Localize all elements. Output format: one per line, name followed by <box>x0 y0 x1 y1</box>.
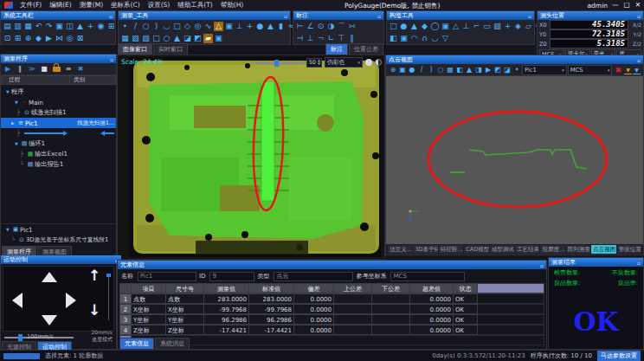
toolbar-icon[interactable]: / <box>417 65 426 74</box>
toolbar-icon[interactable]: ▣ <box>399 34 409 43</box>
tree-item-program[interactable]: ▼程序 <box>1 87 116 97</box>
toolbar-icon[interactable]: ⊥ <box>461 22 471 31</box>
toolbar-icon[interactable]: ▦ <box>23 22 33 31</box>
tab-position-tolerance[interactable]: 位置公差 <box>349 43 383 55</box>
menu-item[interactable]: 帮助(H) <box>221 1 244 10</box>
toolbar-icon[interactable]: ⊕ <box>23 34 33 43</box>
menu-item[interactable]: 测量(M) <box>80 1 103 10</box>
toolbar-icon[interactable]: + <box>86 22 95 31</box>
expander-icon[interactable]: ▼ <box>13 141 20 146</box>
toolbar-icon[interactable]: △ <box>214 22 223 31</box>
toolbar-icon[interactable]: ⊥ <box>306 34 315 43</box>
toolbar-icon[interactable]: ◎ <box>65 34 74 43</box>
close-run-icon[interactable]: ✖ <box>74 64 87 74</box>
id-field[interactable]: 9 <box>209 272 254 281</box>
toolbar-icon[interactable]: ◇ <box>183 22 192 31</box>
tab-system-messages[interactable]: 系统消息 <box>155 338 190 349</box>
pause-icon[interactable]: ∥ <box>14 64 26 74</box>
toolbar-icon[interactable]: ▲ <box>172 34 182 43</box>
export-icon[interactable]: ▼ <box>633 66 641 74</box>
toolbar-icon[interactable]: / <box>131 22 140 31</box>
toolbar-icon[interactable]: ∺ <box>347 22 357 31</box>
toolbar-icon[interactable]: ◑ <box>326 22 336 31</box>
toolbar-icon[interactable]: ○ <box>141 22 151 31</box>
toolbar-icon[interactable]: ↷ <box>44 22 54 31</box>
toolbar-icon[interactable]: ▲ <box>465 65 473 74</box>
toolbar-icon[interactable]: ▶ <box>44 34 54 43</box>
toolbar-icon[interactable]: ▥ <box>13 22 23 31</box>
frame-dropdown[interactable]: MCS <box>568 65 613 75</box>
toolbar-icon[interactable]: ◧ <box>389 34 398 43</box>
toolbar-icon[interactable]: □ <box>151 34 161 43</box>
table-row[interactable]: 2X坐标 X坐标-99.7968 -99.79680.0000 0.0000OK <box>119 304 544 314</box>
toolbar-icon[interactable]: ▣ <box>55 22 64 31</box>
toolbar-icon[interactable]: ▨ <box>141 34 151 43</box>
view-tab[interactable]: 成型调试 <box>490 245 514 254</box>
pin-icon[interactable]: ▫ <box>109 13 113 19</box>
tree-item-pic1[interactable]: ▶≡Pic1线激光扫描1... <box>1 118 116 128</box>
toolbar-icon[interactable]: ⊣ <box>295 34 305 43</box>
jog-z-up-button[interactable]: ↑ <box>88 268 100 283</box>
tab-element-info[interactable]: 元素信息 <box>119 338 154 349</box>
toolbar-icon[interactable]: ◧ <box>455 65 464 74</box>
toolbar-icon[interactable]: ¬ <box>316 34 325 43</box>
toolbar-icon[interactable]: ▣ <box>214 34 223 43</box>
toolbar-icon[interactable]: ▦ <box>446 65 454 74</box>
name-field[interactable]: Pic1 <box>138 272 196 281</box>
toolbar-icon[interactable]: ⊙ <box>316 22 325 31</box>
fast-forward-icon[interactable]: ≫ <box>26 64 38 74</box>
toolbar-icon[interactable]: ∠ <box>306 22 315 31</box>
image-zoom-slider[interactable] <box>255 59 304 67</box>
toolbar-icon[interactable]: ▧ <box>493 22 502 31</box>
toolbar-icon[interactable]: ▲ <box>75 22 85 31</box>
pin-icon[interactable]: ▫ <box>110 56 113 62</box>
table-row[interactable]: 4Z坐标 Z坐标-17.4421 -17.44210.0000 0.0000OK <box>119 325 544 335</box>
jog-up-button[interactable] <box>42 272 57 282</box>
pointcloud-view[interactable] <box>386 76 643 244</box>
view-tab[interactable]: 轮廓度… <box>540 245 564 254</box>
pin-icon[interactable]: ▫ <box>637 57 641 63</box>
toolbar-icon[interactable]: ∥ <box>347 34 357 43</box>
display-mode-dropdown[interactable]: 伪彩色 <box>325 57 363 68</box>
toolbar-icon[interactable]: ▲ <box>409 22 419 31</box>
toolbar-icon[interactable]: ▶ <box>484 65 493 74</box>
toolbar-icon[interactable]: ⋈ <box>55 34 64 43</box>
slider-handle[interactable] <box>274 60 279 67</box>
toolbar-icon[interactable]: ◆ <box>34 34 43 43</box>
menu-item[interactable]: 辅助工具(T) <box>177 1 212 10</box>
type-field[interactable]: 点云 <box>274 272 353 281</box>
value-stepper[interactable]: 50 ▲▼ <box>306 58 322 68</box>
jog-down-button[interactable] <box>42 315 57 326</box>
delete-icon[interactable]: ✖ <box>613 66 623 74</box>
tree-item-main[interactable]: ▼·Main <box>1 97 116 107</box>
toolbar-icon[interactable]: ) <box>151 22 161 31</box>
speed-slider-handle[interactable] <box>18 334 23 341</box>
toolbar-icon[interactable]: ◠ <box>409 34 419 43</box>
tree-item-excel[interactable]: ├▦输出Excel1 <box>1 149 116 159</box>
pin-icon[interactable]: ▫ <box>284 13 287 19</box>
tree-item-laser-scan[interactable]: ├⊙线激光扫描1 <box>1 107 116 118</box>
toolbar-icon[interactable]: ● <box>408 65 416 74</box>
toolbar-icon[interactable]: ▲ <box>266 22 275 31</box>
toolbar-icon[interactable]: + <box>503 22 512 31</box>
contrast-toggle-icon[interactable] <box>375 59 382 66</box>
z-slider-handle[interactable] <box>106 274 111 277</box>
toolbar-icon[interactable]: ◩ <box>493 65 502 74</box>
toolbar-icon[interactable]: ◡ <box>430 34 440 43</box>
toolbar-icon[interactable]: ⊞ <box>106 22 116 31</box>
tree-insert-marker[interactable]: ├ <box>1 128 116 139</box>
play-icon[interactable]: ▶ <box>2 64 14 74</box>
z-slider-track[interactable] <box>108 274 109 320</box>
toolbar-icon[interactable]: ◆ <box>420 22 429 31</box>
expander-icon[interactable]: ▼ <box>4 227 11 232</box>
toolbar-icon[interactable]: ⊡ <box>3 34 12 43</box>
pin-icon[interactable]: ▫ <box>637 13 641 19</box>
tree-item-report[interactable]: └▤输出报告1 <box>1 159 116 170</box>
view-tab[interactable]: 法兰义… <box>388 245 412 254</box>
pin-icon[interactable]: ▫ <box>528 13 531 19</box>
toolbar-icon[interactable]: ⌐ <box>472 22 481 31</box>
toolbar-icon[interactable]: ▱ <box>524 22 533 31</box>
expander-icon[interactable]: ▼ <box>13 100 20 105</box>
jog-z-down-button[interactable]: ↓ <box>88 303 100 318</box>
toolbar-icon[interactable]: ) <box>427 65 435 74</box>
